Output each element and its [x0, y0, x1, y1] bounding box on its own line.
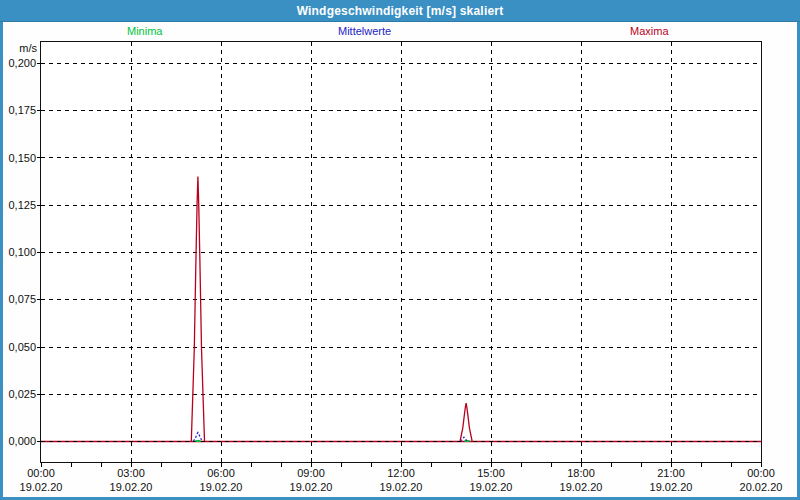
y-axis-label: 0,100 — [3, 246, 36, 259]
chart-canvas — [41, 42, 761, 462]
x-tick-date: 19.02.20 — [461, 481, 521, 494]
x-axis-tick-group: 06:0019.02.20 — [191, 467, 251, 494]
legend-minima: Minima — [127, 25, 162, 38]
x-axis-tick-group: 12:0019.02.20 — [371, 467, 431, 494]
y-axis-tick — [37, 347, 41, 348]
x-tick-time: 12:00 — [371, 467, 431, 481]
x-tick-time: 00:00 — [11, 467, 71, 481]
y-axis-label: 0,150 — [3, 152, 36, 165]
x-tick-date: 19.02.20 — [371, 481, 431, 494]
y-axis-unit-label: m/s — [3, 42, 37, 54]
x-axis-tick-group: 03:0019.02.20 — [101, 467, 161, 494]
plot-area — [40, 41, 762, 463]
y-axis-label: 0,125 — [3, 199, 36, 212]
x-tick-time: 15:00 — [461, 467, 521, 481]
x-tick-date: 19.02.20 — [11, 481, 71, 494]
y-axis-tick — [37, 252, 41, 253]
x-tick-time: 09:00 — [281, 467, 341, 481]
y-axis-tick — [37, 441, 41, 442]
y-axis-label: 0,025 — [3, 388, 36, 401]
x-axis-tick-group: 15:0019.02.20 — [461, 467, 521, 494]
window-titlebar[interactable]: Windgeschwindigkeit [m/s] skaliert — [0, 0, 800, 22]
x-tick-time: 21:00 — [641, 467, 701, 481]
chart-window: Windgeschwindigkeit [m/s] skaliert Minim… — [0, 0, 800, 500]
chart-body: Minima Mittelwerte Maxima m/s 0,200 0,17… — [3, 22, 797, 497]
x-tick-date: 19.02.20 — [101, 481, 161, 494]
x-tick-date: 19.02.20 — [551, 481, 611, 494]
y-axis-tick — [37, 110, 41, 111]
x-tick-time: 06:00 — [191, 467, 251, 481]
y-axis-label: 0,200 — [3, 57, 36, 70]
y-axis-label: 0,175 — [3, 104, 36, 117]
x-tick-date: 19.02.20 — [281, 481, 341, 494]
x-tick-date: 20.02.20 — [731, 481, 791, 494]
x-tick-date: 19.02.20 — [641, 481, 701, 494]
y-axis-tick — [37, 205, 41, 206]
y-axis-label: 0,000 — [3, 435, 36, 448]
x-tick-date: 19.02.20 — [191, 481, 251, 494]
y-axis-tick — [37, 299, 41, 300]
y-axis-label: 0,050 — [3, 341, 36, 354]
y-axis-label: 0,075 — [3, 293, 36, 306]
x-axis-tick-group: 09:0019.02.20 — [281, 467, 341, 494]
x-tick-time: 03:00 — [101, 467, 161, 481]
y-axis-tick — [37, 394, 41, 395]
x-axis-tick-group: 21:0019.02.20 — [641, 467, 701, 494]
x-tick-time: 00:00 — [731, 467, 791, 481]
legend-maxima: Maxima — [630, 25, 669, 38]
x-tick-time: 18:00 — [551, 467, 611, 481]
y-axis-tick — [37, 157, 41, 158]
y-axis-tick — [37, 63, 41, 64]
window-title: Windgeschwindigkeit [m/s] skaliert — [297, 4, 504, 18]
x-axis-tick-group: 00:0020.02.20 — [731, 467, 791, 494]
x-axis-tick-group: 18:0019.02.20 — [551, 467, 611, 494]
legend-mittelwerte: Mittelwerte — [338, 25, 391, 38]
x-axis-tick-group: 00:0019.02.20 — [11, 467, 71, 494]
